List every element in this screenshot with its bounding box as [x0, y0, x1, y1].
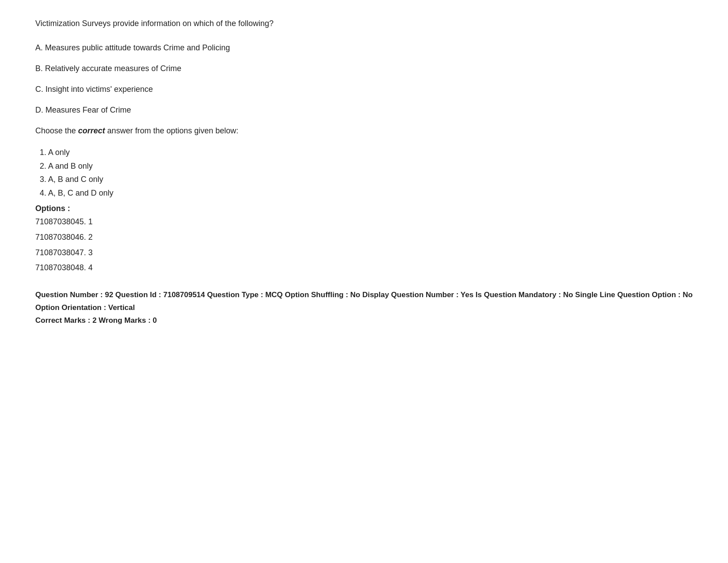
option-id-2: 71087038046. 2 — [35, 230, 693, 244]
answer-3: 3. A, B and C only — [40, 173, 693, 186]
answer-2: 2. A and B only — [40, 159, 693, 173]
option-c-text: Insight into victims' experience — [45, 85, 153, 94]
option-d-text: Measures Fear of Crime — [45, 106, 131, 114]
instruction: Choose the correct answer from the optio… — [35, 125, 693, 137]
metadata-line2: Correct Marks : 2 Wrong Marks : 0 — [35, 314, 693, 327]
options-label: Options : — [35, 204, 693, 213]
answer-3-num: 3. — [40, 175, 48, 184]
instruction-prefix: Choose the — [35, 126, 78, 135]
answer-4-num: 4. — [40, 189, 48, 197]
option-b-text: Relatively accurate measures of Crime — [45, 64, 181, 73]
answer-4-text: A, B, C and D only — [48, 189, 113, 197]
option-ids-container: 71087038045. 1 71087038046. 2 7108703804… — [35, 215, 693, 274]
question-text: Victimization Surveys provide informatio… — [35, 18, 693, 30]
option-a: A. Measures public attitude towards Crim… — [35, 42, 693, 54]
option-d-label: D. — [35, 106, 45, 114]
answer-1-text: A only — [48, 148, 70, 157]
answer-1: 1. A only — [40, 146, 693, 159]
answer-1-num: 1. — [40, 148, 48, 157]
answer-options: 1. A only 2. A and B only 3. A, B and C … — [40, 146, 693, 200]
option-id-4: 71087038048. 4 — [35, 261, 693, 275]
answer-4: 4. A, B, C and D only — [40, 186, 693, 200]
answer-2-num: 2. — [40, 162, 48, 170]
option-id-3: 71087038047. 3 — [35, 246, 693, 260]
option-a-label: A. — [35, 43, 45, 52]
option-a-text: Measures public attitude towards Crime a… — [45, 43, 230, 52]
metadata-line1: Question Number : 92 Question Id : 71087… — [35, 289, 693, 314]
question-container: Victimization Surveys provide informatio… — [35, 18, 693, 327]
option-b-label: B. — [35, 64, 45, 73]
option-id-1: 71087038045. 1 — [35, 215, 693, 229]
option-c-label: C. — [35, 85, 45, 94]
option-c: C. Insight into victims' experience — [35, 83, 693, 95]
option-d: D. Measures Fear of Crime — [35, 104, 693, 116]
instruction-suffix: answer from the options given below: — [105, 126, 238, 135]
metadata-container: Question Number : 92 Question Id : 71087… — [35, 289, 693, 327]
answer-3-text: A, B and C only — [48, 175, 103, 184]
option-b: B. Relatively accurate measures of Crime — [35, 63, 693, 75]
answer-2-text: A and B only — [48, 162, 93, 170]
instruction-bold: correct — [78, 126, 105, 135]
